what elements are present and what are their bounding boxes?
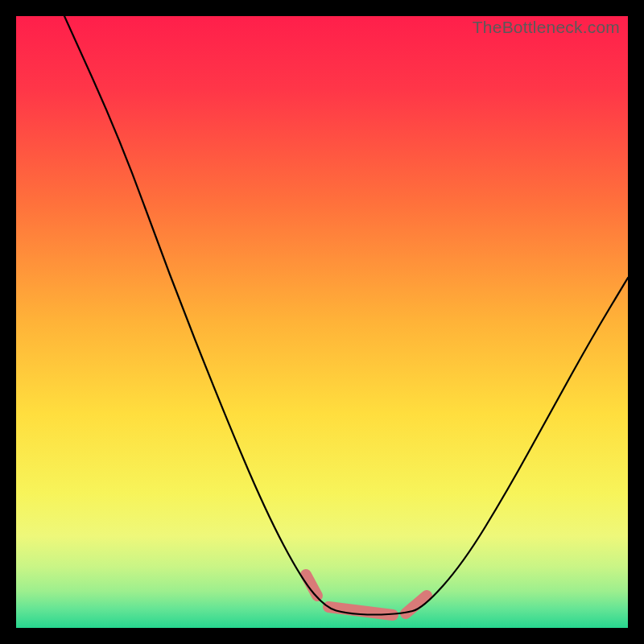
bottleneck-curve bbox=[64, 16, 628, 615]
watermark-label: TheBottleneck.com bbox=[473, 18, 620, 37]
curve-overlay bbox=[16, 16, 628, 628]
optimal-highlight bbox=[306, 575, 427, 615]
chart-frame: TheBottleneck.com bbox=[16, 16, 628, 628]
